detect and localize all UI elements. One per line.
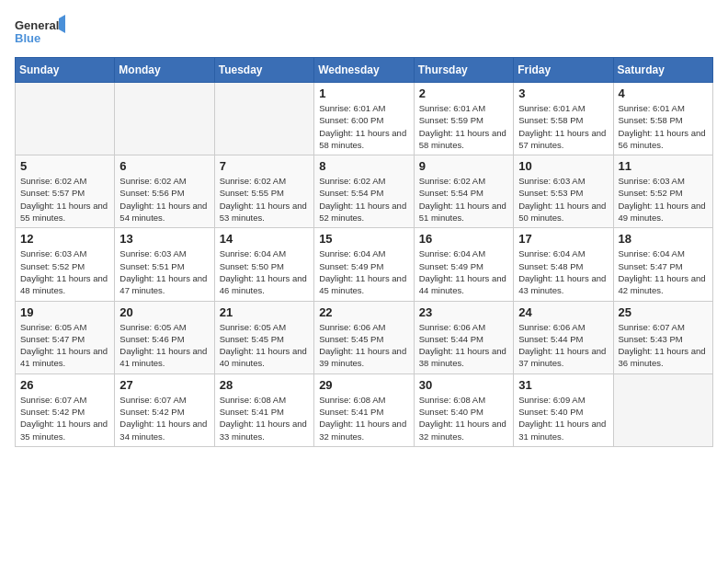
day-number: 28 bbox=[220, 378, 309, 392]
calendar-cell: 18Sunrise: 6:04 AMSunset: 5:47 PMDayligh… bbox=[613, 228, 713, 301]
weekday-header-thursday: Thursday bbox=[414, 58, 513, 83]
calendar-cell: 3Sunrise: 6:01 AMSunset: 5:58 PMDaylight… bbox=[514, 83, 613, 155]
day-info: Sunrise: 6:01 AMSunset: 5:58 PMDaylight:… bbox=[518, 102, 608, 151]
day-number: 3 bbox=[518, 86, 608, 100]
day-number: 10 bbox=[518, 159, 608, 173]
calendar-cell: 6Sunrise: 6:02 AMSunset: 5:56 PMDaylight… bbox=[115, 155, 214, 228]
calendar-cell: 23Sunrise: 6:06 AMSunset: 5:44 PMDayligh… bbox=[414, 301, 513, 373]
calendar-cell bbox=[115, 83, 214, 155]
day-number: 27 bbox=[119, 378, 209, 392]
calendar-cell: 2Sunrise: 6:01 AMSunset: 5:59 PMDaylight… bbox=[414, 83, 513, 155]
calendar-cell: 31Sunrise: 6:09 AMSunset: 5:40 PMDayligh… bbox=[514, 373, 613, 446]
weekday-header-saturday: Saturday bbox=[613, 58, 713, 83]
day-number: 2 bbox=[419, 86, 508, 100]
svg-text:Blue: Blue bbox=[15, 31, 40, 45]
calendar-cell: 5Sunrise: 6:02 AMSunset: 5:57 PMDaylight… bbox=[16, 155, 115, 228]
day-info: Sunrise: 6:04 AMSunset: 5:50 PMDaylight:… bbox=[220, 247, 309, 296]
weekday-header-sunday: Sunday bbox=[16, 58, 115, 83]
calendar-cell: 8Sunrise: 6:02 AMSunset: 5:54 PMDaylight… bbox=[314, 155, 415, 228]
day-number: 1 bbox=[319, 86, 409, 100]
day-info: Sunrise: 6:05 AMSunset: 5:47 PMDaylight:… bbox=[20, 321, 109, 370]
day-info: Sunrise: 6:02 AMSunset: 5:56 PMDaylight:… bbox=[119, 175, 209, 224]
day-number: 24 bbox=[518, 305, 608, 319]
day-number: 31 bbox=[518, 378, 608, 392]
day-number: 30 bbox=[419, 378, 508, 392]
day-info: Sunrise: 6:04 AMSunset: 5:47 PMDaylight:… bbox=[619, 247, 709, 296]
day-info: Sunrise: 6:02 AMSunset: 5:54 PMDaylight:… bbox=[319, 175, 409, 224]
svg-text:General: General bbox=[15, 18, 59, 32]
day-number: 18 bbox=[619, 232, 709, 246]
logo-svg: General Blue bbox=[15, 15, 65, 50]
day-info: Sunrise: 6:01 AMSunset: 5:58 PMDaylight:… bbox=[619, 102, 709, 151]
day-number: 21 bbox=[220, 305, 309, 319]
day-number: 13 bbox=[119, 232, 209, 246]
day-info: Sunrise: 6:01 AMSunset: 5:59 PMDaylight:… bbox=[419, 102, 508, 151]
calendar-week-row: 19Sunrise: 6:05 AMSunset: 5:47 PMDayligh… bbox=[16, 301, 713, 373]
day-info: Sunrise: 6:06 AMSunset: 5:44 PMDaylight:… bbox=[419, 321, 508, 370]
day-info: Sunrise: 6:07 AMSunset: 5:42 PMDaylight:… bbox=[20, 394, 109, 442]
calendar-cell: 11Sunrise: 6:03 AMSunset: 5:52 PMDayligh… bbox=[613, 155, 713, 228]
day-info: Sunrise: 6:06 AMSunset: 5:45 PMDaylight:… bbox=[319, 321, 409, 370]
day-number: 16 bbox=[419, 232, 508, 246]
calendar-cell: 12Sunrise: 6:03 AMSunset: 5:52 PMDayligh… bbox=[16, 228, 115, 301]
day-info: Sunrise: 6:06 AMSunset: 5:44 PMDaylight:… bbox=[518, 321, 608, 370]
day-number: 19 bbox=[20, 305, 109, 319]
weekday-header-row: SundayMondayTuesdayWednesdayThursdayFrid… bbox=[16, 58, 713, 83]
calendar-cell: 4Sunrise: 6:01 AMSunset: 5:58 PMDaylight… bbox=[613, 83, 713, 155]
svg-marker-2 bbox=[59, 15, 65, 33]
day-number: 17 bbox=[518, 232, 608, 246]
day-info: Sunrise: 6:03 AMSunset: 5:53 PMDaylight:… bbox=[518, 175, 608, 224]
calendar-week-row: 1Sunrise: 6:01 AMSunset: 6:00 PMDaylight… bbox=[16, 83, 713, 155]
day-number: 14 bbox=[220, 232, 309, 246]
day-info: Sunrise: 6:08 AMSunset: 5:40 PMDaylight:… bbox=[419, 394, 508, 442]
day-info: Sunrise: 6:04 AMSunset: 5:49 PMDaylight:… bbox=[319, 247, 409, 296]
day-info: Sunrise: 6:05 AMSunset: 5:45 PMDaylight:… bbox=[220, 321, 309, 370]
calendar-table: SundayMondayTuesdayWednesdayThursdayFrid… bbox=[15, 57, 713, 447]
calendar-cell: 9Sunrise: 6:02 AMSunset: 5:54 PMDaylight… bbox=[414, 155, 513, 228]
weekday-header-wednesday: Wednesday bbox=[314, 58, 415, 83]
day-info: Sunrise: 6:04 AMSunset: 5:48 PMDaylight:… bbox=[518, 247, 608, 296]
calendar-cell: 30Sunrise: 6:08 AMSunset: 5:40 PMDayligh… bbox=[414, 373, 513, 446]
day-number: 8 bbox=[319, 159, 409, 173]
calendar-cell: 28Sunrise: 6:08 AMSunset: 5:41 PMDayligh… bbox=[214, 373, 313, 446]
page-header: General Blue bbox=[15, 15, 713, 50]
day-info: Sunrise: 6:01 AMSunset: 6:00 PMDaylight:… bbox=[319, 102, 409, 151]
calendar-cell: 10Sunrise: 6:03 AMSunset: 5:53 PMDayligh… bbox=[514, 155, 613, 228]
day-number: 22 bbox=[319, 305, 409, 319]
calendar-cell: 7Sunrise: 6:02 AMSunset: 5:55 PMDaylight… bbox=[214, 155, 313, 228]
day-info: Sunrise: 6:02 AMSunset: 5:57 PMDaylight:… bbox=[20, 175, 109, 224]
day-info: Sunrise: 6:03 AMSunset: 5:52 PMDaylight:… bbox=[20, 247, 109, 296]
calendar-cell: 16Sunrise: 6:04 AMSunset: 5:49 PMDayligh… bbox=[414, 228, 513, 301]
day-number: 12 bbox=[20, 232, 109, 246]
weekday-header-tuesday: Tuesday bbox=[214, 58, 313, 83]
day-info: Sunrise: 6:08 AMSunset: 5:41 PMDaylight:… bbox=[220, 394, 309, 442]
logo: General Blue bbox=[15, 15, 65, 50]
day-number: 15 bbox=[319, 232, 409, 246]
weekday-header-friday: Friday bbox=[514, 58, 613, 83]
day-info: Sunrise: 6:02 AMSunset: 5:54 PMDaylight:… bbox=[419, 175, 508, 224]
day-info: Sunrise: 6:03 AMSunset: 5:52 PMDaylight:… bbox=[619, 175, 709, 224]
calendar-cell bbox=[214, 83, 313, 155]
day-number: 4 bbox=[619, 86, 709, 100]
calendar-cell: 25Sunrise: 6:07 AMSunset: 5:43 PMDayligh… bbox=[613, 301, 713, 373]
calendar-cell: 21Sunrise: 6:05 AMSunset: 5:45 PMDayligh… bbox=[214, 301, 313, 373]
calendar-week-row: 12Sunrise: 6:03 AMSunset: 5:52 PMDayligh… bbox=[16, 228, 713, 301]
calendar-cell: 19Sunrise: 6:05 AMSunset: 5:47 PMDayligh… bbox=[16, 301, 115, 373]
calendar-week-row: 5Sunrise: 6:02 AMSunset: 5:57 PMDaylight… bbox=[16, 155, 713, 228]
calendar-cell bbox=[16, 83, 115, 155]
weekday-header-monday: Monday bbox=[115, 58, 214, 83]
calendar-cell: 15Sunrise: 6:04 AMSunset: 5:49 PMDayligh… bbox=[314, 228, 415, 301]
calendar-cell: 26Sunrise: 6:07 AMSunset: 5:42 PMDayligh… bbox=[16, 373, 115, 446]
calendar-cell: 13Sunrise: 6:03 AMSunset: 5:51 PMDayligh… bbox=[115, 228, 214, 301]
day-info: Sunrise: 6:08 AMSunset: 5:41 PMDaylight:… bbox=[319, 394, 409, 442]
calendar-cell: 27Sunrise: 6:07 AMSunset: 5:42 PMDayligh… bbox=[115, 373, 214, 446]
calendar-cell: 22Sunrise: 6:06 AMSunset: 5:45 PMDayligh… bbox=[314, 301, 415, 373]
day-number: 5 bbox=[20, 159, 109, 173]
day-info: Sunrise: 6:03 AMSunset: 5:51 PMDaylight:… bbox=[119, 247, 209, 296]
day-number: 9 bbox=[419, 159, 508, 173]
day-number: 20 bbox=[119, 305, 209, 319]
calendar-cell: 24Sunrise: 6:06 AMSunset: 5:44 PMDayligh… bbox=[514, 301, 613, 373]
calendar-cell bbox=[613, 373, 713, 446]
calendar-cell: 14Sunrise: 6:04 AMSunset: 5:50 PMDayligh… bbox=[214, 228, 313, 301]
calendar-cell: 29Sunrise: 6:08 AMSunset: 5:41 PMDayligh… bbox=[314, 373, 415, 446]
